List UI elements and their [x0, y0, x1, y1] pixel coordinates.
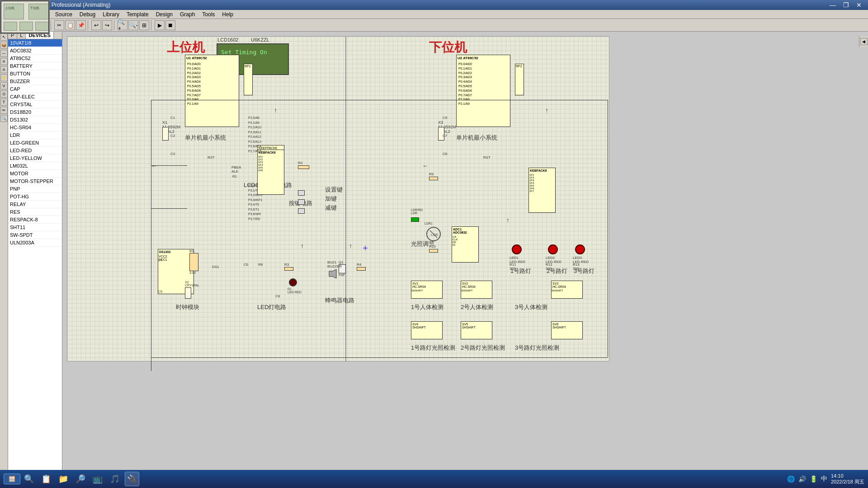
- pir3-label: 3号人体检测: [515, 303, 547, 311]
- select-tool[interactable]: ↖: [0, 33, 8, 41]
- cut-button[interactable]: ✂: [54, 20, 64, 30]
- power-tool[interactable]: ⚡: [0, 74, 8, 81]
- redo-button[interactable]: ↪: [102, 20, 112, 30]
- device-hc-sr04[interactable]: HC-SR04: [8, 124, 62, 131]
- key-sub-btn[interactable]: [298, 208, 305, 214]
- zoom-fit-button[interactable]: ⊞: [139, 20, 149, 30]
- mini-rect4: [19, 22, 33, 31]
- draw-tool[interactable]: ✏: [0, 107, 8, 114]
- paste-button[interactable]: 📌: [76, 20, 86, 30]
- c6-label: C6: [244, 263, 248, 267]
- canvas-area[interactable]: 上位机 下位机 LCD1602 U6KZZL Set Timing On :00…: [62, 32, 868, 478]
- main-area: ↖ 📦 ─ ≡ A ⚡ V ⊙ T ✏ 🔍 上位机 下位机 P L: [0, 32, 868, 478]
- zoom-in-button[interactable]: 🔍+: [118, 20, 127, 30]
- r11-label: R11300: [509, 263, 516, 271]
- device-res[interactable]: RES: [8, 208, 62, 216]
- cursor-indicator: [363, 246, 368, 250]
- taskbar-clock[interactable]: 14:10 2022/2/18 周五: [831, 473, 864, 485]
- device-pnp[interactable]: PNP: [8, 185, 62, 193]
- key-set-label: 设置键: [325, 186, 343, 194]
- text-tool[interactable]: T: [0, 99, 8, 106]
- tray-lang[interactable]: 中: [821, 475, 827, 483]
- restore-button[interactable]: ❐: [840, 1, 852, 9]
- device-led-yellow[interactable]: LED-YELLOW: [8, 155, 62, 162]
- device-ds18b20[interactable]: DS18B20: [8, 108, 62, 116]
- right-tool-1[interactable]: ◀: [860, 38, 868, 45]
- menu-debug[interactable]: Debug: [76, 10, 99, 19]
- tray-network[interactable]: 🌐: [787, 475, 795, 483]
- close-button[interactable]: ✕: [854, 1, 864, 9]
- battery-block: [189, 253, 198, 271]
- device-respack-8[interactable]: RESPACK-8: [8, 216, 62, 224]
- r10-label: R10: [429, 244, 436, 249]
- taskbar-media[interactable]: 🎵: [108, 472, 122, 486]
- power-arrow-lower: ↑: [506, 216, 509, 224]
- menu-design[interactable]: Design: [152, 10, 176, 19]
- wire-tool[interactable]: ─: [0, 50, 8, 57]
- key-add-btn[interactable]: [298, 199, 305, 205]
- device-button[interactable]: BUTTON: [8, 70, 62, 78]
- schematic[interactable]: 上位机 下位机 LCD1602 U6KZZL Set Timing On :00…: [67, 36, 609, 361]
- taskbar-proteus[interactable]: 🔌: [125, 472, 139, 486]
- r3-label: R3: [284, 263, 289, 267]
- minimize-button[interactable]: —: [827, 1, 839, 9]
- device-motor-stepper[interactable]: MOTOR-STEPPER: [8, 178, 62, 185]
- zoom-out-button[interactable]: 🔍-: [128, 20, 138, 30]
- device-crystal[interactable]: CRYSTAL: [8, 101, 62, 108]
- c8-upper-label: C8: [275, 294, 280, 298]
- menu-template[interactable]: Template: [123, 10, 152, 19]
- r2-block: [298, 165, 309, 169]
- device-uln2003a[interactable]: ULN2003A: [8, 239, 62, 247]
- device-led-green[interactable]: LED-GREEN: [8, 139, 62, 147]
- tray-battery[interactable]: 🔋: [810, 475, 817, 483]
- taskbar-chrome[interactable]: 🔎: [73, 472, 88, 486]
- stop-button[interactable]: ⏹: [165, 20, 175, 30]
- probe-tool[interactable]: ⊙: [0, 90, 8, 98]
- wire-right-border: [608, 100, 608, 357]
- device-10vat1i8[interactable]: 10VAT1I8: [8, 39, 62, 47]
- device-battery[interactable]: BATTERY: [8, 62, 62, 70]
- tray-sound[interactable]: 🔊: [798, 475, 806, 483]
- component-tool[interactable]: 📦: [0, 42, 8, 49]
- device-sw-spdt[interactable]: SW-SPDT: [8, 231, 62, 239]
- run-button[interactable]: ▶: [155, 20, 165, 30]
- taskbar-tv[interactable]: 📺: [90, 472, 105, 486]
- device-relay[interactable]: RELAY: [8, 201, 62, 208]
- device-cap-elec[interactable]: CAP-ELEC: [8, 93, 62, 101]
- device-motor[interactable]: MOTOR: [8, 170, 62, 178]
- ds1302-chip-label: DS1302: [158, 249, 193, 254]
- key-set-btn[interactable]: [298, 190, 305, 196]
- ldr1-area: LDR1 LDR: [425, 222, 443, 244]
- uln-upper-pins: 1F11F21F31F41F51F6: [258, 155, 284, 172]
- ldr-label: LDR/RDLDR: [411, 208, 423, 215]
- menu-tools[interactable]: Tools: [198, 10, 218, 19]
- ds1-label: DS1: [212, 265, 219, 269]
- device-lm032l[interactable]: LM032L: [8, 162, 62, 170]
- taskbar-taskview[interactable]: 📋: [39, 472, 53, 486]
- device-at89c52[interactable]: AT89C52: [8, 55, 62, 62]
- menu-library[interactable]: Library: [99, 10, 123, 19]
- taskbar-explorer[interactable]: 📁: [56, 472, 71, 486]
- device-ds1302[interactable]: DS1302: [8, 116, 62, 124]
- device-ldr[interactable]: LDR: [8, 131, 62, 139]
- device-pot-hg[interactable]: POT-HG: [8, 193, 62, 201]
- copy-button[interactable]: 📋: [65, 20, 75, 30]
- menubar: File Edit View Source Debug Library Temp…: [0, 10, 868, 19]
- device-adc0832[interactable]: ADC0832: [8, 47, 62, 55]
- device-sht11[interactable]: SHT11: [8, 224, 62, 231]
- device-led-red[interactable]: LED-RED: [8, 147, 62, 155]
- start-button[interactable]: 🪟: [4, 474, 20, 484]
- undo-button[interactable]: ↩: [91, 20, 101, 30]
- c3-label: C3: [170, 152, 175, 156]
- device-cap[interactable]: CAP: [8, 85, 62, 93]
- device-buzzer[interactable]: BUZZER: [8, 78, 62, 85]
- virtual-tool[interactable]: V: [0, 82, 8, 89]
- label-tool[interactable]: A: [0, 66, 8, 73]
- menu-help[interactable]: Help: [218, 10, 237, 19]
- zoom-tool[interactable]: 🔍: [0, 115, 8, 122]
- menu-graph[interactable]: Graph: [176, 10, 198, 19]
- r9-label: R9: [429, 172, 434, 176]
- taskbar-search[interactable]: 🔍: [22, 472, 36, 486]
- menu-source[interactable]: Source: [52, 10, 76, 19]
- bus-tool[interactable]: ≡: [0, 58, 8, 65]
